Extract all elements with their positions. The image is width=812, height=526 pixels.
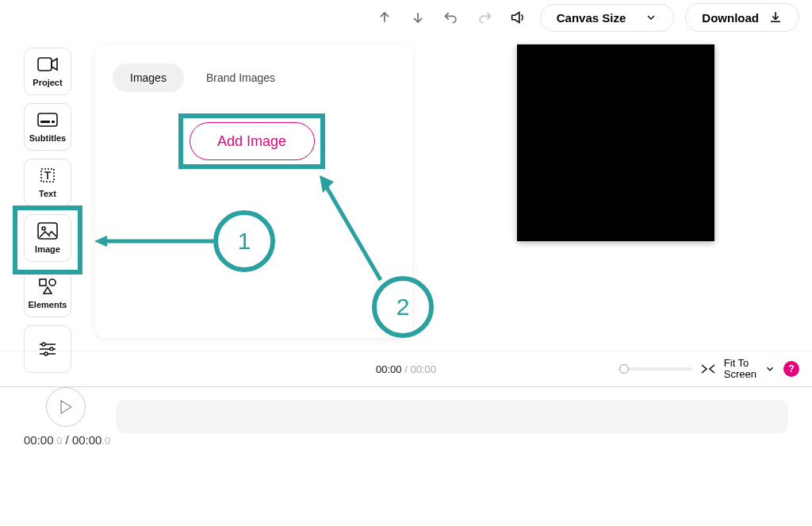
text-icon (38, 167, 57, 184)
zoom-slider[interactable] (619, 367, 692, 371)
redo-icon[interactable] (473, 6, 496, 29)
timebar-right-controls: Fit To Screen ? (619, 358, 799, 381)
subtitles-icon (37, 111, 58, 129)
svg-rect-3 (52, 121, 55, 123)
canvas-preview[interactable] (517, 44, 714, 241)
annotation-arrow-2 (313, 171, 393, 282)
elements-icon (38, 278, 57, 295)
undo-icon[interactable] (440, 6, 462, 29)
sidebar-item-image[interactable]: Image (24, 214, 71, 262)
sidebar-item-elements[interactable]: Elements (24, 270, 71, 317)
arrow-down-icon[interactable] (407, 6, 429, 29)
svg-line-14 (324, 183, 381, 280)
play-current: 00:00 (24, 433, 54, 447)
timeline-track[interactable] (117, 400, 788, 433)
svg-rect-2 (40, 121, 50, 123)
nav-label: Subtitles (29, 133, 66, 143)
playback-area: 00:00.0 / 00:00.0 (0, 387, 812, 459)
play-button[interactable] (46, 387, 86, 427)
camera-icon (37, 56, 58, 73)
annotation-highlight-add-image: Add Image (178, 113, 325, 169)
nav-label: Image (35, 244, 60, 254)
svg-rect-0 (38, 58, 52, 71)
timebar-current: 00:00 (376, 363, 402, 375)
image-icon (37, 222, 58, 240)
add-image-button[interactable]: Add Image (190, 122, 315, 160)
chevron-down-icon (645, 11, 657, 24)
panel-tabs: Images Brand Images (113, 63, 403, 92)
chevron-down-icon[interactable] (764, 363, 776, 374)
annotation-step-2: 2 (372, 276, 434, 338)
download-button[interactable]: Download (685, 3, 799, 32)
svg-marker-16 (61, 401, 71, 413)
timebar-time-display: 00:00 / 00:00 (376, 363, 436, 375)
svg-marker-13 (94, 236, 107, 247)
playback-time-display: 00:00.0 / 00:00.0 (24, 433, 110, 447)
volume-icon[interactable] (507, 6, 529, 29)
sidebar-item-subtitles[interactable]: Subtitles (24, 103, 71, 151)
top-toolbar: Canvas Size Download (373, 3, 799, 32)
svg-point-6 (42, 227, 45, 230)
timebar-sep: / (402, 363, 411, 375)
nav-label: Project (33, 78, 62, 87)
timebar-total: 00:00 (410, 363, 436, 375)
svg-rect-1 (38, 113, 57, 126)
svg-point-8 (49, 279, 56, 286)
play-total-dec: .0 (102, 435, 110, 447)
canvas-size-label: Canvas Size (557, 11, 626, 25)
sidebar-item-project[interactable]: Project (24, 48, 71, 95)
fit-collapse-icon[interactable] (700, 363, 716, 374)
play-current-dec: .0 (54, 435, 63, 447)
annotation-step-1: 1 (213, 210, 275, 272)
annotation-arrow-1 (94, 234, 213, 248)
play-icon (59, 400, 72, 414)
zoom-slider-thumb[interactable] (619, 364, 629, 374)
download-icon (768, 10, 783, 25)
fit-line2: Screen (724, 369, 756, 380)
nav-label: Text (39, 189, 56, 198)
svg-rect-7 (40, 279, 46, 286)
download-label: Download (702, 11, 759, 25)
time-bar: 00:00 / 00:00 Fit To Screen ? (0, 351, 812, 387)
arrow-up-icon[interactable] (373, 6, 396, 29)
fit-line1: Fit To (724, 358, 756, 369)
svg-point-9 (42, 343, 45, 346)
sidebar-item-text[interactable]: Text (24, 159, 71, 206)
nav-label: Elements (29, 300, 67, 309)
help-button[interactable]: ? (783, 361, 799, 377)
left-sidebar: Project Subtitles Text Image Elements (24, 48, 71, 373)
play-sep: / (62, 433, 72, 447)
canvas-size-button[interactable]: Canvas Size (540, 4, 675, 32)
fit-to-screen-button[interactable]: Fit To Screen (724, 358, 756, 381)
play-total: 00:00 (72, 433, 102, 447)
tab-brand-images[interactable]: Brand Images (189, 63, 293, 92)
tab-images[interactable]: Images (113, 63, 184, 92)
